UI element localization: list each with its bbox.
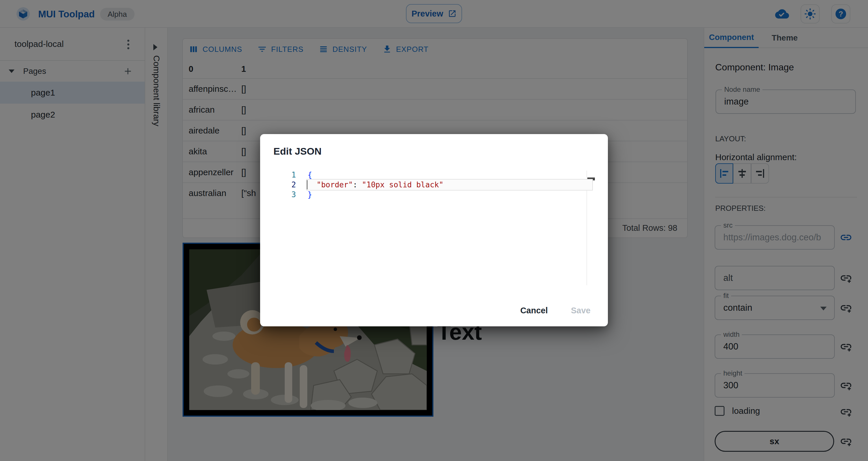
code-line-2: 2 "border": "10px solid black"	[284, 180, 443, 190]
code-line-3: 3}	[284, 190, 312, 200]
dialog-actions: Cancel Save	[518, 302, 593, 319]
edit-json-dialog: Edit JSON 1{ 2 "border": "10px solid bla…	[260, 134, 608, 326]
line-number: 3	[284, 190, 296, 200]
code-line-1: 1{	[284, 170, 312, 180]
line-number: 1	[284, 170, 296, 180]
dialog-title: Edit JSON	[273, 146, 321, 157]
line-number: 2	[284, 180, 296, 190]
json-code-editor[interactable]: 1{ 2 "border": "10px solid black" 3}	[260, 167, 608, 288]
cancel-button[interactable]: Cancel	[518, 302, 550, 319]
toolpad-editor-app: MUI Toolpad Alpha Preview	[0, 0, 868, 461]
save-button[interactable]: Save	[568, 302, 593, 319]
